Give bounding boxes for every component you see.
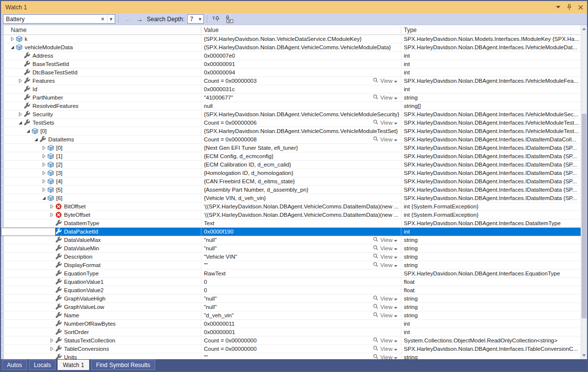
value-cell[interactable]: "d_veh_vin"View	[201, 311, 401, 319]
table-row[interactable]: DataValueMax"null"Viewstring	[1, 236, 581, 244]
value-cell[interactable]: '((SPX.HarleyDavidson.Nolan.DBAgent.Vehi…	[201, 211, 401, 219]
value-cell[interactable]: {SPX.HarleyDavidson.Nolan.DBAgent.Vehicl…	[201, 110, 401, 118]
value-cell[interactable]: ""View	[201, 261, 401, 269]
close-icon[interactable]	[578, 5, 583, 10]
table-row[interactable]: PartNumber"41000677"Viewstring	[1, 94, 581, 102]
view-button[interactable]: View	[370, 262, 401, 269]
value-cell[interactable]: Count = 0x00000000View	[201, 337, 401, 344]
value-cell[interactable]: "null"View	[201, 303, 401, 311]
column-header-type[interactable]: Type	[401, 27, 581, 34]
value-cell[interactable]: 0x00000094	[201, 68, 401, 76]
scroll-up-icon[interactable]	[581, 26, 587, 32]
expanded-arrow-icon[interactable]	[25, 128, 32, 135]
value-cell[interactable]: 0x00000091	[201, 60, 401, 68]
value-cell[interactable]: "41000677"View	[201, 94, 401, 101]
value-cell[interactable]: RawText	[201, 270, 401, 277]
value-cell[interactable]: "null"View	[201, 295, 401, 303]
table-row[interactable]: ResolvedFeaturesnullstring[]	[1, 102, 581, 110]
search-forward-icon[interactable]: →	[136, 16, 143, 23]
table-row[interactable]: [4]{CAN Freebird ECM, d_eitms_state}SPX.…	[1, 177, 581, 186]
collapsed-arrow-icon[interactable]	[48, 345, 55, 352]
table-row[interactable]: DataItemsCount = 0x00000008ViewSPX.Harle…	[1, 135, 581, 144]
value-cell[interactable]: {CAN Freebird ECM, d_eitms_state}	[201, 177, 401, 185]
value-cell[interactable]: 0x00000001	[201, 328, 401, 336]
value-cell[interactable]: {SPX.HarleyDavidson.Nolan.DBAgent.Vehicl…	[201, 127, 401, 135]
pin-value-inline-button[interactable]: ab	[225, 15, 234, 23]
tab-locals[interactable]: Locals	[29, 360, 56, 370]
table-row[interactable]: BaseTestSetId0x00000091int	[1, 60, 581, 68]
table-row[interactable]: Units""Viewstring	[1, 353, 581, 359]
expanded-arrow-icon[interactable]	[40, 195, 47, 202]
table-row[interactable]: DataValueMin"null"Viewstring	[1, 244, 581, 253]
value-cell[interactable]: 0x0000031c	[201, 85, 401, 93]
table-row[interactable]: Description"Vehicle VIN"Viewstring	[1, 253, 581, 261]
table-row[interactable]: EquationTypeRawTextSPX.HarleyDavidson.No…	[1, 270, 581, 278]
collapsed-arrow-icon[interactable]	[48, 211, 55, 218]
value-cell[interactable]: 0x000007e0	[201, 52, 401, 60]
view-button[interactable]: View	[370, 312, 401, 319]
collapsed-arrow-icon[interactable]	[40, 169, 47, 176]
search-clear-icon[interactable]: ×	[98, 16, 107, 23]
value-cell[interactable]: 0x0000f190	[201, 228, 401, 236]
table-row[interactable]: [2]{ECM Calibration ID, d_ecm_calid}SPX.…	[1, 161, 581, 169]
collapsed-arrow-icon[interactable]	[40, 153, 47, 160]
view-button[interactable]: View	[370, 354, 401, 359]
table-row[interactable]: SortOrder0x00000001int	[1, 328, 581, 337]
table-row[interactable]: GraphValueHigh"null"Viewstring	[1, 295, 581, 303]
search-depth-combo[interactable]: 7 ▼	[187, 14, 204, 24]
view-button[interactable]: View	[370, 337, 401, 344]
view-button[interactable]: View	[370, 253, 401, 260]
table-row[interactable]: Id0x0000031cint	[1, 85, 581, 94]
view-button[interactable]: View	[370, 77, 401, 84]
collapsed-arrow-icon[interactable]	[17, 77, 24, 84]
table-row[interactable]: DataItemTypeTextSPX.HarleyDavidson.Nolan…	[1, 219, 581, 228]
titlebar[interactable]: Watch 1	[1, 1, 587, 13]
collapsed-arrow-icon[interactable]	[48, 203, 55, 210]
value-cell[interactable]: Count = 0x00000000View	[201, 345, 401, 353]
table-row[interactable]: Security{SPX.HarleyDavidson.Nolan.DBAgen…	[1, 110, 581, 119]
table-row[interactable]: TableConversionsCount = 0x00000000ViewSP…	[1, 345, 581, 353]
expanded-arrow-icon[interactable]	[9, 44, 16, 51]
value-cell[interactable]: Count = 0x00000003View	[201, 77, 401, 85]
value-cell[interactable]: '((SPX.HarleyDavidson.Nolan.DBAgent.Vehi…	[201, 203, 401, 210]
table-row[interactable]: vehicleModuleData{SPX.HarleyDavidson.Nol…	[1, 43, 581, 52]
search-box[interactable]: Battery × ▼	[3, 14, 115, 24]
value-cell[interactable]: ""View	[201, 353, 401, 359]
value-cell[interactable]: {SPX.HarleyDavidson.Nolan.DBAgent.Vehicl…	[201, 43, 401, 51]
table-row[interactable]: BitOffset'((SPX.HarleyDavidson.Nolan.DBA…	[1, 203, 581, 211]
collapsed-arrow-icon[interactable]	[40, 186, 47, 193]
view-button[interactable]: View	[370, 345, 401, 352]
collapsed-arrow-icon[interactable]	[48, 337, 55, 344]
table-row[interactable]: DisplayFormat""Viewstring	[1, 261, 581, 270]
table-row[interactable]: [6]{Vehicle VIN, d_veh_vin}SPX.HarleyDav…	[1, 194, 581, 203]
table-row[interactable]: [3]{Homologation ID, d_homologation}SPX.…	[1, 169, 581, 177]
value-cell[interactable]: {Assembly Part Number, d_assembly_pn}	[201, 186, 401, 194]
collapsed-arrow-icon[interactable]	[17, 111, 24, 118]
search-back-icon[interactable]: ←	[124, 16, 131, 23]
window-position-chevron-icon[interactable]	[556, 6, 560, 8]
scrollbar-thumb[interactable]	[582, 114, 587, 318]
value-cell[interactable]: {Next Gen EFI Tuner State, efi_tuner}	[201, 144, 401, 152]
view-button[interactable]: View	[370, 304, 401, 310]
table-row[interactable]: DataPacketId0x0000f190int	[1, 228, 581, 236]
search-input[interactable]: Battery	[3, 16, 98, 23]
value-cell[interactable]: Text	[201, 219, 401, 227]
value-cell[interactable]: 0	[201, 278, 401, 286]
collapsed-arrow-icon[interactable]	[9, 35, 16, 42]
collapsed-arrow-icon[interactable]	[40, 178, 47, 185]
view-button[interactable]: View	[370, 237, 401, 243]
expanded-arrow-icon[interactable]	[17, 119, 24, 126]
value-cell[interactable]: Count = 0x00000008View	[201, 135, 401, 143]
view-button[interactable]: View	[370, 245, 401, 252]
table-row[interactable]: [5]{Assembly Part Number, d_assembly_pn}…	[1, 186, 581, 194]
view-button[interactable]: View	[370, 136, 401, 143]
table-row[interactable]: EquationValue20float	[1, 286, 581, 295]
view-button[interactable]: View	[370, 295, 401, 302]
table-row[interactable]: TestSetsCount = 0x00000006ViewSPX.Harley…	[1, 119, 581, 127]
value-cell[interactable]: {SPX.HarleyDavidson.Nolan.VehicleDataSer…	[201, 35, 401, 43]
tab-watch-1[interactable]: Watch 1	[58, 360, 89, 370]
table-row[interactable]: [0]{SPX.HarleyDavidson.Nolan.DBAgent.Veh…	[1, 127, 581, 135]
table-row[interactable]: StatusTextCollectionCount = 0x00000000Vi…	[1, 337, 581, 345]
search-history-chevron-icon[interactable]: ▼	[107, 15, 115, 23]
value-cell[interactable]: {ECM Config, d_ecmconfig}	[201, 152, 401, 160]
